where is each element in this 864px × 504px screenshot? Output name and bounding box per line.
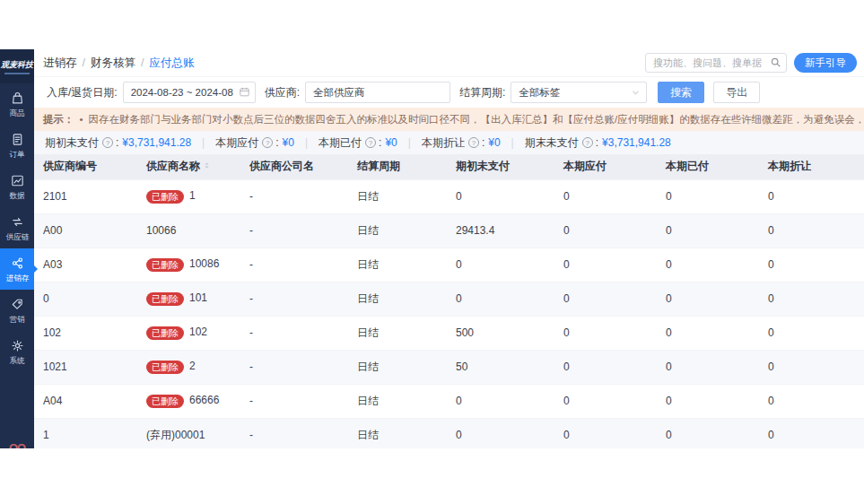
- supplier-input[interactable]: [305, 82, 450, 103]
- period-select[interactable]: 全部标签: [511, 82, 647, 103]
- period-discount-cell: 0: [759, 350, 864, 384]
- summary-value: ¥3,731,941.28: [602, 136, 671, 149]
- sidebar-item-label: 订单: [9, 150, 24, 159]
- supplier-name: 10066: [146, 224, 176, 237]
- date-range-input[interactable]: [123, 82, 256, 103]
- topbar: 进销存 / 财务核算 / 应付总账 新手引导: [34, 49, 864, 77]
- table-container: 供应商编号 供应商名称 供应商公司名 结算周期 期初未支付 本期应付 本期已付 …: [34, 154, 864, 448]
- period-payable-cell: 0: [554, 248, 657, 282]
- company-name-cell: -: [240, 248, 348, 282]
- sidebar-item-inventory[interactable]: 进销存: [0, 248, 34, 290]
- deleted-badge: 已删除: [146, 395, 184, 408]
- summary-value: ¥0: [385, 136, 397, 149]
- search-icon[interactable]: [770, 56, 781, 68]
- sidebar-item-label: 商品: [9, 109, 24, 117]
- export-button[interactable]: 导出: [713, 82, 760, 103]
- sidebar-bottom-partial-icon[interactable]: OO: [9, 441, 25, 448]
- col-opening-unpaid: 期初未支付: [447, 154, 554, 179]
- sidebar-item-system[interactable]: 系统: [0, 331, 34, 372]
- help-icon[interactable]: ?: [102, 137, 113, 148]
- period-paid-cell: 0: [657, 282, 759, 316]
- period-payable-cell: 0: [554, 418, 657, 448]
- sidebar-item-data[interactable]: 数据: [0, 166, 34, 207]
- global-search: [645, 53, 787, 73]
- chart-icon: [10, 173, 25, 188]
- period-discount-cell: 0: [759, 213, 864, 248]
- search-button[interactable]: 搜索: [658, 82, 704, 103]
- col-period-discount: 本期折让: [759, 154, 864, 179]
- col-company-name: 供应商公司名: [240, 154, 348, 179]
- col-period-paid: 本期已付: [657, 154, 759, 179]
- summary-item: 本期应付?:¥0: [215, 135, 294, 151]
- table-row: 102已删除102-日结500000: [34, 316, 864, 350]
- date-range-picker: [123, 82, 256, 103]
- supplier-name: (弃用)00001: [146, 429, 205, 441]
- supplier-code-cell: 1021: [34, 350, 137, 384]
- calendar-icon[interactable]: [239, 86, 250, 98]
- period-discount-cell: 0: [759, 418, 864, 448]
- summary-colon: :: [482, 136, 484, 149]
- supplier-name: 101: [189, 291, 207, 304]
- summary-item: 期初未支付?:¥3,731,941.28: [45, 135, 191, 151]
- sidebar-item-marketing[interactable]: 营销: [0, 290, 34, 331]
- period-paid-cell: 0: [657, 418, 759, 448]
- period-paid-cell: 0: [657, 350, 759, 384]
- breadcrumb-finance[interactable]: 财务核算: [91, 56, 135, 71]
- supplier-code-cell: 2101: [34, 179, 137, 213]
- sidebar-item-goods[interactable]: 商品: [0, 83, 34, 125]
- supplier-name-cell: (弃用)00001: [137, 418, 240, 448]
- search-input[interactable]: [645, 53, 787, 73]
- opening-unpaid-cell: 0: [447, 248, 554, 282]
- summary-value: ¥0: [488, 136, 500, 149]
- supply-chain-icon: [10, 214, 25, 230]
- summary-separator: |: [511, 136, 514, 149]
- breadcrumb-inventory[interactable]: 进销存: [43, 56, 77, 71]
- company-name-cell: -: [240, 179, 348, 213]
- summary-separator: |: [202, 136, 205, 149]
- supplier-name-cell: 已删除102: [137, 316, 240, 350]
- help-icon[interactable]: ?: [262, 137, 273, 148]
- help-icon[interactable]: ?: [365, 137, 376, 148]
- summary-colon: :: [116, 136, 118, 149]
- deleted-badge: 已删除: [146, 190, 184, 204]
- opening-unpaid-cell: 50: [447, 350, 554, 384]
- summary-label: 期末未支付: [525, 135, 579, 151]
- period-discount-cell: 0: [759, 179, 864, 213]
- period-payable-cell: 0: [554, 384, 657, 418]
- company-name-cell: -: [240, 350, 348, 384]
- help-icon[interactable]: ?: [468, 137, 479, 148]
- summary-item: 期末未支付?:¥3,731,941.28: [525, 135, 671, 151]
- col-supplier-name-label: 供应商名称: [146, 160, 200, 172]
- app-window: 观麦科技 商品 订单 数据 供应链 进销存: [0, 49, 864, 448]
- sidebar-item-orders[interactable]: 订单: [0, 125, 34, 166]
- sidebar: 观麦科技 商品 订单 数据 供应链 进销存: [0, 49, 34, 448]
- company-name-cell: -: [240, 316, 348, 350]
- deleted-badge: 已删除: [146, 326, 184, 340]
- company-name-cell: -: [240, 282, 348, 316]
- supplier-name: 10086: [189, 257, 219, 270]
- breadcrumb: 进销存 / 财务核算 / 应付总账: [43, 56, 194, 71]
- sidebar-nav: 商品 订单 数据 供应链 进销存 营销: [0, 83, 34, 372]
- supplier-code-cell: A00: [34, 213, 137, 248]
- beginner-guide-button[interactable]: 新手引导: [794, 53, 857, 73]
- hint-label: 提示：: [43, 113, 74, 126]
- period-payable-cell: 0: [554, 179, 657, 213]
- supplier-name-cell: 已删除101: [137, 282, 240, 316]
- period-paid-cell: 0: [657, 316, 759, 350]
- sidebar-item-label: 系统: [9, 356, 24, 365]
- period-payable-cell: 0: [554, 213, 657, 248]
- table-row: 0已删除101-日结0000: [34, 282, 864, 316]
- sort-icon[interactable]: [202, 161, 212, 173]
- settle-period-cell: 日结: [348, 316, 447, 350]
- settle-period-cell: 日结: [348, 282, 447, 316]
- help-icon[interactable]: ?: [582, 137, 593, 148]
- settle-period-cell: 日结: [348, 350, 447, 384]
- period-paid-cell: 0: [657, 179, 759, 213]
- summary-separator: |: [408, 136, 411, 149]
- settle-period-cell: 日结: [348, 384, 447, 418]
- summary-label: 本期应付: [215, 135, 258, 151]
- supplier-name: 1: [189, 189, 196, 202]
- supplier-name-cell: 已删除2: [137, 350, 240, 384]
- sidebar-item-supply-chain[interactable]: 供应链: [0, 207, 34, 248]
- sidebar-item-label: 供应链: [5, 232, 29, 241]
